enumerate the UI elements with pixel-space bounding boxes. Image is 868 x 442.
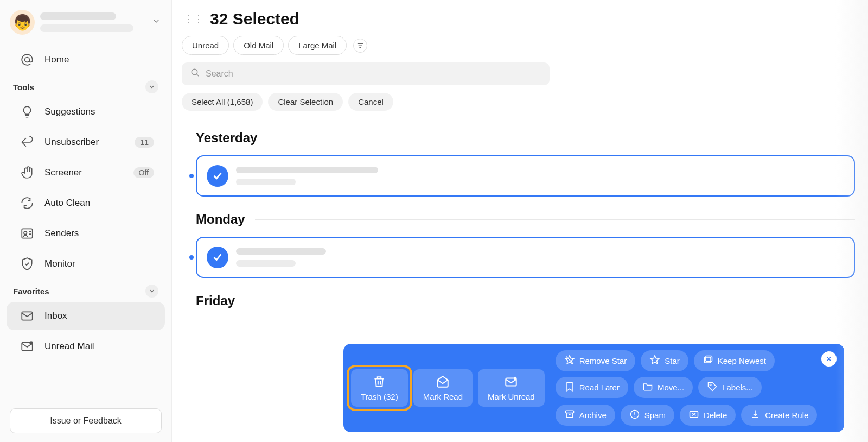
filter-old-mail[interactable]: Old Mail (233, 36, 284, 55)
mail-preview (236, 167, 844, 185)
unsubscriber-count-badge: 11 (135, 137, 154, 148)
sidebar-item-unsubscriber[interactable]: Unsubscriber 11 (7, 128, 165, 156)
trash-icon (372, 375, 386, 389)
at-icon (20, 52, 35, 67)
move-button[interactable]: Move... (634, 377, 693, 398)
selected-title: 32 Selected (210, 10, 299, 28)
selection-actions: Select All (1,658) Clear Selection Cance… (182, 93, 855, 111)
svg-rect-12 (565, 411, 573, 413)
selected-check-icon[interactable] (207, 165, 228, 187)
sidebar-item-monitor[interactable]: Monitor (7, 250, 165, 278)
selected-check-icon[interactable] (207, 247, 228, 268)
mail-closed-icon (504, 375, 518, 389)
search-input[interactable] (206, 69, 541, 79)
drag-handle-icon[interactable]: ⋮⋮ (182, 13, 206, 25)
filter-row: Unread Old Mail Large Mail (182, 36, 855, 55)
sidebar-item-home[interactable]: Home (7, 46, 165, 74)
delete-icon (688, 409, 699, 421)
sidebar-item-senders[interactable]: Senders (7, 219, 165, 248)
mail-item[interactable] (196, 155, 855, 197)
unsubscribe-icon (20, 135, 35, 150)
folder-icon (642, 381, 653, 394)
lightbulb-icon (20, 104, 35, 119)
avatar: 👦 (10, 10, 35, 35)
clear-selection-button[interactable]: Clear Selection (268, 93, 343, 111)
search-icon (190, 68, 200, 80)
senders-icon (20, 226, 35, 241)
sidebar-item-label: Home (44, 54, 154, 65)
unread-dot-icon (189, 174, 194, 178)
star-button[interactable]: Star (641, 350, 688, 371)
archive-button[interactable]: Archive (556, 405, 615, 426)
trash-button[interactable]: Trash (32) (351, 369, 408, 407)
auto-clean-icon (20, 195, 35, 211)
cancel-button[interactable]: Cancel (348, 93, 393, 111)
labels-button[interactable]: Labels... (698, 377, 762, 398)
spam-button[interactable]: Spam (621, 405, 674, 426)
svg-point-8 (514, 377, 516, 380)
keep-newest-button[interactable]: Keep Newest (694, 350, 775, 371)
day-header-yesterday: Yesterday (196, 130, 855, 146)
mail-item[interactable] (196, 237, 855, 278)
sidebar-item-unread-mail[interactable]: Unread Mail (7, 332, 165, 361)
sidebar-item-auto-clean[interactable]: Auto Clean (7, 189, 165, 217)
star-icon (649, 355, 660, 367)
read-later-button[interactable]: Read Later (556, 377, 628, 398)
svg-point-5 (29, 341, 33, 345)
archive-icon (564, 409, 575, 421)
unread-mail-icon (20, 339, 35, 354)
inbox-icon (20, 308, 35, 324)
sidebar: 👦 Home Tools Suggestions Unsubscriber 11 (0, 0, 171, 442)
spam-icon (629, 409, 640, 421)
chevron-down-icon[interactable] (145, 80, 158, 93)
profile-info (40, 12, 143, 32)
bulk-action-bar: Trash (32) Mark Read Mark Unread Remove … (343, 344, 844, 432)
main-header: ⋮⋮ 32 Selected Unread Old Mail Large Mai… (172, 0, 868, 115)
shield-icon (20, 256, 35, 271)
section-header-tools[interactable]: Tools (0, 75, 171, 97)
sidebar-item-inbox[interactable]: Inbox (7, 302, 165, 330)
profile-header[interactable]: 👦 (0, 7, 171, 45)
mail-preview (236, 248, 844, 267)
sidebar-item-screener[interactable]: Screener Off (7, 159, 165, 187)
star-off-icon (564, 355, 575, 367)
search-box[interactable] (182, 62, 550, 85)
sidebar-item-suggestions[interactable]: Suggestions (7, 98, 165, 126)
delete-button[interactable]: Delete (680, 405, 736, 426)
create-rule-button[interactable]: Create Rule (741, 405, 817, 426)
unread-dot-icon (189, 255, 194, 260)
filter-unread[interactable]: Unread (182, 36, 229, 55)
mark-unread-button[interactable]: Mark Unread (478, 369, 545, 407)
main-panel: ⋮⋮ 32 Selected Unread Old Mail Large Mai… (171, 0, 868, 442)
svg-rect-3 (22, 312, 33, 320)
filter-large-mail[interactable]: Large Mail (288, 36, 347, 55)
close-action-bar-button[interactable] (821, 351, 837, 367)
hand-icon (20, 165, 35, 180)
svg-point-2 (24, 231, 27, 234)
section-header-favorites[interactable]: Favorites (0, 279, 171, 301)
screener-status-badge: Off (133, 167, 154, 178)
keep-newest-icon (703, 355, 713, 367)
chevron-down-icon[interactable] (145, 285, 158, 298)
tag-icon (707, 381, 718, 394)
svg-point-0 (25, 58, 30, 62)
select-all-button[interactable]: Select All (1,658) (182, 93, 263, 111)
day-header-friday: Friday (196, 293, 855, 308)
rule-icon (750, 409, 761, 421)
day-header-monday: Monday (196, 212, 855, 227)
filter-settings-icon[interactable] (353, 39, 367, 53)
mail-open-icon (436, 375, 450, 389)
feedback-button[interactable]: Issue or Feedback (10, 408, 162, 433)
remove-star-button[interactable]: Remove Star (556, 350, 636, 371)
bookmark-icon (564, 381, 575, 394)
svg-point-11 (710, 384, 712, 386)
chevron-down-icon[interactable] (149, 14, 164, 31)
mark-read-button[interactable]: Mark Read (413, 369, 473, 407)
